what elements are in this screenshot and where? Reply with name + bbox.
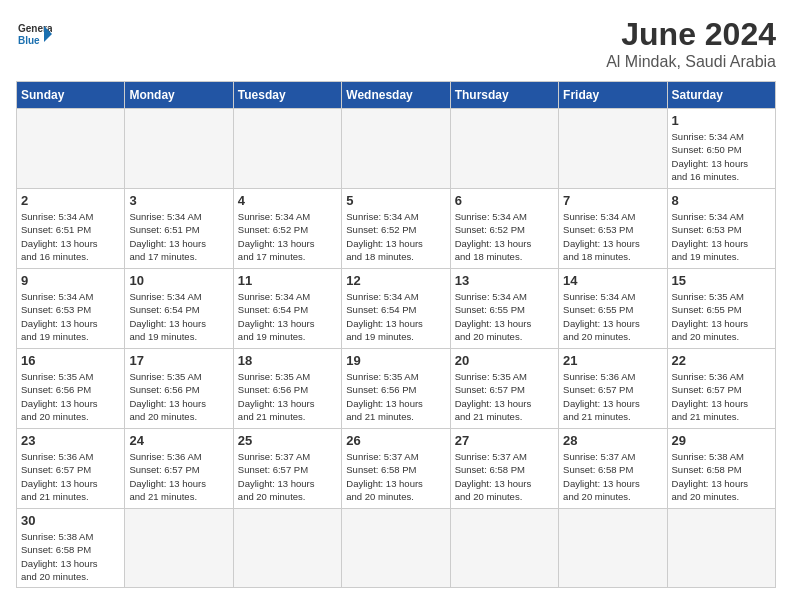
header-wednesday: Wednesday: [342, 82, 450, 109]
day-info: Sunrise: 5:34 AMSunset: 6:55 PMDaylight:…: [455, 290, 554, 343]
day-number: 13: [455, 273, 554, 288]
day-info: Sunrise: 5:36 AMSunset: 6:57 PMDaylight:…: [563, 370, 662, 423]
day-info: Sunrise: 5:34 AMSunset: 6:52 PMDaylight:…: [455, 210, 554, 263]
table-cell: [559, 509, 667, 588]
day-info: Sunrise: 5:34 AMSunset: 6:53 PMDaylight:…: [21, 290, 120, 343]
weekday-header-row: Sunday Monday Tuesday Wednesday Thursday…: [17, 82, 776, 109]
day-number: 21: [563, 353, 662, 368]
day-info: Sunrise: 5:36 AMSunset: 6:57 PMDaylight:…: [129, 450, 228, 503]
header-thursday: Thursday: [450, 82, 558, 109]
day-number: 28: [563, 433, 662, 448]
table-cell: 6Sunrise: 5:34 AMSunset: 6:52 PMDaylight…: [450, 189, 558, 269]
day-number: 23: [21, 433, 120, 448]
day-info: Sunrise: 5:37 AMSunset: 6:58 PMDaylight:…: [455, 450, 554, 503]
table-cell: [342, 109, 450, 189]
day-info: Sunrise: 5:34 AMSunset: 6:54 PMDaylight:…: [129, 290, 228, 343]
table-cell: [125, 509, 233, 588]
day-info: Sunrise: 5:37 AMSunset: 6:58 PMDaylight:…: [346, 450, 445, 503]
table-cell: 26Sunrise: 5:37 AMSunset: 6:58 PMDayligh…: [342, 429, 450, 509]
svg-text:Blue: Blue: [18, 35, 40, 46]
calendar-table: Sunday Monday Tuesday Wednesday Thursday…: [16, 81, 776, 588]
header-saturday: Saturday: [667, 82, 775, 109]
day-number: 12: [346, 273, 445, 288]
table-cell: 27Sunrise: 5:37 AMSunset: 6:58 PMDayligh…: [450, 429, 558, 509]
table-cell: 23Sunrise: 5:36 AMSunset: 6:57 PMDayligh…: [17, 429, 125, 509]
day-number: 30: [21, 513, 120, 528]
table-cell: [342, 509, 450, 588]
day-number: 14: [563, 273, 662, 288]
day-number: 6: [455, 193, 554, 208]
day-number: 29: [672, 433, 771, 448]
table-cell: [559, 109, 667, 189]
table-cell: 21Sunrise: 5:36 AMSunset: 6:57 PMDayligh…: [559, 349, 667, 429]
day-info: Sunrise: 5:34 AMSunset: 6:52 PMDaylight:…: [346, 210, 445, 263]
day-info: Sunrise: 5:34 AMSunset: 6:50 PMDaylight:…: [672, 130, 771, 183]
day-number: 22: [672, 353, 771, 368]
calendar-row: 16Sunrise: 5:35 AMSunset: 6:56 PMDayligh…: [17, 349, 776, 429]
table-cell: 19Sunrise: 5:35 AMSunset: 6:56 PMDayligh…: [342, 349, 450, 429]
day-number: 24: [129, 433, 228, 448]
logo: General Blue: [16, 16, 52, 52]
day-info: Sunrise: 5:36 AMSunset: 6:57 PMDaylight:…: [21, 450, 120, 503]
day-info: Sunrise: 5:34 AMSunset: 6:53 PMDaylight:…: [563, 210, 662, 263]
day-number: 7: [563, 193, 662, 208]
table-cell: [125, 109, 233, 189]
day-number: 20: [455, 353, 554, 368]
day-number: 4: [238, 193, 337, 208]
day-number: 3: [129, 193, 228, 208]
table-cell: [667, 509, 775, 588]
day-number: 16: [21, 353, 120, 368]
day-number: 5: [346, 193, 445, 208]
calendar-row: 23Sunrise: 5:36 AMSunset: 6:57 PMDayligh…: [17, 429, 776, 509]
table-cell: [450, 509, 558, 588]
day-number: 25: [238, 433, 337, 448]
calendar-row: 30Sunrise: 5:38 AMSunset: 6:58 PMDayligh…: [17, 509, 776, 588]
day-number: 18: [238, 353, 337, 368]
day-info: Sunrise: 5:35 AMSunset: 6:56 PMDaylight:…: [346, 370, 445, 423]
day-number: 27: [455, 433, 554, 448]
day-number: 10: [129, 273, 228, 288]
table-cell: 25Sunrise: 5:37 AMSunset: 6:57 PMDayligh…: [233, 429, 341, 509]
day-info: Sunrise: 5:34 AMSunset: 6:51 PMDaylight:…: [21, 210, 120, 263]
month-title: June 2024: [606, 16, 776, 53]
table-cell: 20Sunrise: 5:35 AMSunset: 6:57 PMDayligh…: [450, 349, 558, 429]
header-friday: Friday: [559, 82, 667, 109]
table-cell: 5Sunrise: 5:34 AMSunset: 6:52 PMDaylight…: [342, 189, 450, 269]
day-number: 15: [672, 273, 771, 288]
table-cell: 28Sunrise: 5:37 AMSunset: 6:58 PMDayligh…: [559, 429, 667, 509]
table-cell: 9Sunrise: 5:34 AMSunset: 6:53 PMDaylight…: [17, 269, 125, 349]
day-info: Sunrise: 5:34 AMSunset: 6:52 PMDaylight:…: [238, 210, 337, 263]
logo-icon: General Blue: [16, 16, 52, 52]
day-number: 11: [238, 273, 337, 288]
table-cell: [233, 509, 341, 588]
day-number: 9: [21, 273, 120, 288]
table-cell: [17, 109, 125, 189]
day-info: Sunrise: 5:35 AMSunset: 6:55 PMDaylight:…: [672, 290, 771, 343]
table-cell: 29Sunrise: 5:38 AMSunset: 6:58 PMDayligh…: [667, 429, 775, 509]
header: General Blue June 2024 Al Mindak, Saudi …: [16, 16, 776, 71]
table-cell: 12Sunrise: 5:34 AMSunset: 6:54 PMDayligh…: [342, 269, 450, 349]
page-container: General Blue June 2024 Al Mindak, Saudi …: [16, 16, 776, 588]
day-number: 8: [672, 193, 771, 208]
header-sunday: Sunday: [17, 82, 125, 109]
table-cell: 10Sunrise: 5:34 AMSunset: 6:54 PMDayligh…: [125, 269, 233, 349]
table-cell: 22Sunrise: 5:36 AMSunset: 6:57 PMDayligh…: [667, 349, 775, 429]
day-info: Sunrise: 5:34 AMSunset: 6:51 PMDaylight:…: [129, 210, 228, 263]
day-info: Sunrise: 5:35 AMSunset: 6:57 PMDaylight:…: [455, 370, 554, 423]
table-cell: 24Sunrise: 5:36 AMSunset: 6:57 PMDayligh…: [125, 429, 233, 509]
table-cell: 7Sunrise: 5:34 AMSunset: 6:53 PMDaylight…: [559, 189, 667, 269]
day-info: Sunrise: 5:35 AMSunset: 6:56 PMDaylight:…: [238, 370, 337, 423]
table-cell: 13Sunrise: 5:34 AMSunset: 6:55 PMDayligh…: [450, 269, 558, 349]
table-cell: 15Sunrise: 5:35 AMSunset: 6:55 PMDayligh…: [667, 269, 775, 349]
day-info: Sunrise: 5:38 AMSunset: 6:58 PMDaylight:…: [672, 450, 771, 503]
table-cell: 18Sunrise: 5:35 AMSunset: 6:56 PMDayligh…: [233, 349, 341, 429]
calendar-row: 2Sunrise: 5:34 AMSunset: 6:51 PMDaylight…: [17, 189, 776, 269]
day-number: 1: [672, 113, 771, 128]
day-number: 26: [346, 433, 445, 448]
day-info: Sunrise: 5:34 AMSunset: 6:53 PMDaylight:…: [672, 210, 771, 263]
day-info: Sunrise: 5:35 AMSunset: 6:56 PMDaylight:…: [21, 370, 120, 423]
day-info: Sunrise: 5:34 AMSunset: 6:54 PMDaylight:…: [238, 290, 337, 343]
table-cell: 8Sunrise: 5:34 AMSunset: 6:53 PMDaylight…: [667, 189, 775, 269]
day-info: Sunrise: 5:38 AMSunset: 6:58 PMDaylight:…: [21, 530, 120, 583]
day-number: 19: [346, 353, 445, 368]
